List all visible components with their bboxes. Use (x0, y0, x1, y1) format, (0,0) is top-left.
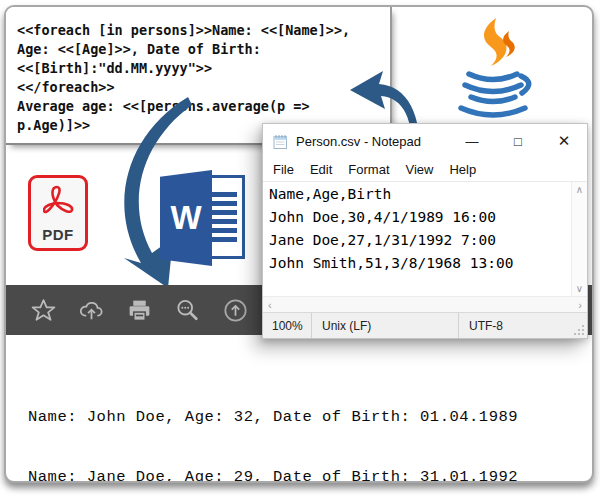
scroll-right-icon[interactable]: › (578, 299, 582, 311)
acrobat-swoosh-icon (43, 185, 74, 219)
scroll-left-icon[interactable]: ‹ (268, 299, 272, 311)
scroll-up-icon[interactable]: ∧ (576, 184, 583, 195)
menu-edit[interactable]: Edit (302, 162, 340, 177)
notepad-statusbar: 100% Unix (LF) UTF-8 (263, 312, 587, 338)
notepad-body: Name,Age,Birth John Doe,30,4/1/1989 16:0… (263, 181, 587, 296)
upload-circle-icon[interactable] (222, 297, 249, 324)
status-encoding: UTF-8 (458, 313, 587, 338)
pdf-file-icon: PDF (28, 175, 88, 251)
pdf-label: PDF (42, 226, 74, 243)
minimize-button[interactable]: — (449, 124, 495, 158)
close-button[interactable]: ✕ (541, 124, 587, 158)
horizontal-scrollbar[interactable]: ‹ › (263, 296, 587, 312)
word-letter: W (170, 199, 201, 237)
menu-file[interactable]: File (265, 162, 302, 177)
java-logo-icon (450, 18, 536, 118)
zoom-search-icon[interactable] (174, 297, 201, 324)
star-icon[interactable] (30, 297, 57, 324)
notepad-menubar: File Edit Format View Help (263, 158, 587, 181)
report-output: Name: John Doe, Age: 32, Date of Birth: … (28, 367, 538, 483)
print-icon[interactable] (126, 297, 153, 324)
word-panel: W (160, 170, 212, 266)
menu-format[interactable]: Format (340, 162, 397, 177)
scroll-down-icon[interactable]: ∨ (576, 283, 583, 294)
notepad-window: Person.csv - Notepad — □ ✕ File Edit For… (262, 123, 588, 339)
vertical-scrollbar[interactable]: ∧ ∨ (571, 182, 587, 296)
collage-frame: <<foreach [in persons]>>Name: <<[Name]>>… (4, 5, 594, 483)
notepad-titlebar[interactable]: Person.csv - Notepad — □ ✕ (263, 124, 587, 158)
menu-help[interactable]: Help (441, 162, 484, 177)
word-file-icon: W (160, 170, 248, 266)
window-title: Person.csv - Notepad (296, 134, 421, 149)
output-line: Name: John Doe, Age: 32, Date of Birth: … (28, 407, 538, 427)
status-zoom: 100% (263, 319, 311, 333)
notepad-app-icon (272, 133, 289, 150)
resize-grip-icon[interactable] (573, 324, 585, 336)
output-line: Name: Jane Doe, Age: 29, Date of Birth: … (28, 467, 538, 483)
collage-canvas: <<foreach [in persons]>>Name: <<[Name]>>… (0, 0, 600, 500)
menu-view[interactable]: View (398, 162, 442, 177)
cloud-upload-icon[interactable] (78, 297, 105, 324)
notepad-text-area[interactable]: Name,Age,Birth John Doe,30,4/1/1989 16:0… (263, 182, 571, 296)
status-eol: Unix (LF) (311, 313, 458, 338)
maximize-button[interactable]: □ (495, 124, 541, 158)
window-controls: — □ ✕ (449, 124, 587, 158)
